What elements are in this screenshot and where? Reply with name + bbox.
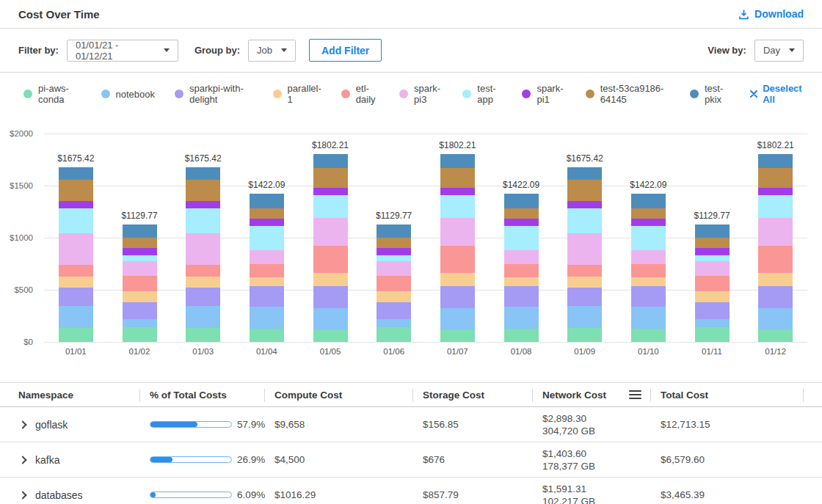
bar-segment-pi-aws-conda [567, 328, 602, 342]
bar-segment-notebook [186, 306, 220, 328]
legend-swatch-icon [399, 90, 408, 98]
x-axis: 01/0101/0201/0301/0401/0501/0601/0701/08… [44, 347, 807, 356]
bar-segment-notebook [377, 319, 411, 327]
bar-total-label: $1129.77 [694, 211, 730, 221]
bar-segment-spark-pi1 [313, 188, 348, 195]
legend-item-parallel-1[interactable]: parallel-1 [273, 83, 321, 105]
bar-segment-parallel-1 [758, 273, 793, 286]
deselect-all-label: Deselect All [763, 83, 804, 105]
column-menu-icon[interactable] [629, 390, 641, 400]
y-axis: $2000$1500$1000$500$0 [10, 134, 33, 342]
namespace-cell[interactable]: databases [18, 489, 139, 501]
bar-total-label: $1675.42 [57, 153, 94, 164]
network-gb-value: 178,377 GB [542, 460, 650, 472]
deselect-all-button[interactable]: Deselect All [750, 83, 804, 105]
legend-item-spark-pi3[interactable]: spark-pi3 [399, 83, 443, 105]
bar-segment-notebook [313, 308, 348, 329]
bar-segment-spark-pi3 [59, 233, 93, 265]
column-header-label: Storage Cost [423, 390, 484, 401]
legend-swatch-icon [341, 90, 350, 98]
bar-segment-parallel-1 [504, 277, 539, 285]
bar-segment-etl-daily [695, 276, 730, 291]
view-by-dropdown[interactable]: Day [754, 40, 804, 62]
legend-item-sparkpi-with-delight[interactable]: sparkpi-with-delight [175, 83, 253, 105]
legend-swatch-icon [462, 90, 471, 98]
column-header-storage-cost[interactable]: Storage Cost [412, 383, 532, 406]
bar-segment-parallel-1 [567, 277, 602, 288]
namespace-cell[interactable]: kafka [18, 454, 139, 466]
bar-stack [123, 224, 157, 342]
column-header-compute-cost[interactable]: Compute Cost [264, 383, 412, 406]
x-axis-label: 01/12 [743, 347, 807, 356]
bar-segment-spark-pi1 [631, 219, 666, 226]
column-header-network-cost[interactable]: Network Cost [532, 383, 650, 406]
bar-segment-test-app [504, 226, 539, 250]
network-cost-value: $1,403.60 [542, 448, 650, 460]
legend-item-etl-daily[interactable]: etl-daily [341, 83, 379, 105]
date-range-dropdown[interactable]: 01/01/21 - 01/12/21 [67, 40, 178, 62]
bar-stack [313, 154, 348, 342]
bar-segment-spark-pi1 [377, 248, 411, 255]
compute-cost-cell: $9,658 [264, 419, 412, 430]
table-row-databases: databases6.09%$1016.29$857.79$1,591.3110… [0, 478, 822, 504]
x-axis-label: 01/02 [108, 347, 172, 356]
legend-label: spark-pi1 [537, 83, 565, 105]
bar-segment-test-53ca9186-64145 [186, 180, 220, 202]
download-button[interactable]: Download [738, 8, 804, 20]
legend-item-test-app[interactable]: test-app [462, 83, 502, 105]
bar-segment-sparkpi-with-delight [123, 302, 157, 319]
total-cost-cell: $6,579.60 [650, 454, 804, 465]
legend-item-test-53ca9186-64145[interactable]: test-53ca9186-64145 [586, 83, 670, 105]
x-axis-label: 01/10 [616, 347, 680, 356]
compute-cost-cell: $1016.29 [264, 489, 412, 500]
bar-segment-test-53ca9186-64145 [504, 208, 539, 219]
expand-chevron-icon[interactable] [18, 491, 26, 499]
bar-segment-etl-daily [377, 276, 411, 291]
bar-total-label: $1422.09 [630, 180, 666, 190]
bar-segment-sparkpi-with-delight [250, 286, 284, 307]
bar-segment-pi-aws-conda [631, 329, 666, 342]
namespace-cell[interactable]: goflask [18, 419, 139, 431]
bar-segment-test-app [250, 226, 284, 250]
bar-segment-spark-pi3 [504, 250, 539, 264]
group-by-dropdown[interactable]: Job [248, 40, 296, 62]
bar-segment-test-app [59, 208, 93, 233]
column-header--of-total-costs[interactable]: % of Total Costs [139, 383, 264, 406]
page-header: Cost Over Time Download [0, 0, 822, 29]
bar-segment-test-53ca9186-64145 [695, 238, 730, 248]
x-axis-label: 01/08 [490, 347, 553, 356]
bar-segment-spark-pi3 [123, 261, 157, 276]
legend-swatch-icon [101, 90, 110, 98]
filter-bar: Filter by: 01/01/21 - 01/12/21 Group by:… [0, 29, 822, 73]
bar-stack [695, 224, 730, 342]
legend-item-pi-aws-conda[interactable]: pi-aws-conda [23, 83, 81, 105]
bar-segment-parallel-1 [186, 277, 220, 288]
bar-segment-etl-daily [186, 265, 220, 277]
expand-chevron-icon[interactable] [18, 420, 26, 428]
bar-segment-spark-pi1 [440, 188, 475, 195]
bar-01/01: $1675.42 [44, 134, 108, 342]
column-header-namespace[interactable]: Namespace [18, 383, 139, 406]
add-filter-button[interactable]: Add Filter [309, 39, 382, 62]
bar-segment-etl-daily [440, 246, 475, 273]
legend-item-test-pkix[interactable]: test-pkix [690, 83, 730, 105]
bar-01/09: $1675.42 [553, 134, 616, 342]
bar-01/04: $1422.09 [235, 134, 299, 342]
legend-item-spark-pi1[interactable]: spark-pi1 [522, 83, 565, 105]
expand-chevron-icon[interactable] [18, 456, 26, 464]
column-header-total-cost[interactable]: Total Cost [650, 383, 804, 406]
bar-segment-etl-daily [631, 264, 666, 277]
bar-segment-test-pkix [758, 154, 793, 168]
network-cost-cell: $1,591.31102,217 GB [532, 483, 650, 504]
chevron-down-icon [789, 48, 795, 52]
bar-segment-sparkpi-with-delight [631, 286, 666, 307]
legend-item-notebook[interactable]: notebook [101, 89, 156, 100]
x-axis-label: 01/07 [426, 347, 490, 356]
bar-01/05: $1802.21 [299, 134, 363, 342]
filter-by-label: Filter by: [18, 45, 59, 56]
bar-segment-sparkpi-with-delight [186, 288, 220, 306]
column-header-label: Total Cost [661, 390, 708, 401]
storage-cost-cell: $156.85 [412, 419, 532, 430]
legend-swatch-icon [23, 90, 32, 98]
bar-01/11: $1129.77 [680, 134, 744, 342]
